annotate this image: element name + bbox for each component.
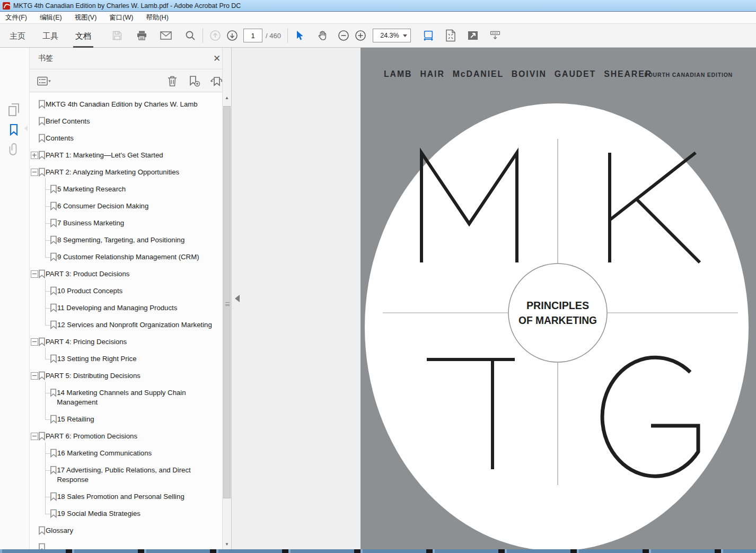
delete-bookmark-icon[interactable] [165, 74, 179, 88]
bookmark-item[interactable]: 17 Advertising, Public Relations, and Di… [30, 462, 223, 488]
panel-collapse-handle[interactable] [235, 295, 240, 302]
bookmark-icon [50, 509, 57, 518]
zoom-level-dropdown[interactable]: 24.3% [373, 29, 411, 42]
tab-home[interactable]: 主页 [7, 24, 28, 48]
bookmark-item[interactable]: Contents [30, 130, 223, 147]
bookmark-label: 7 Business Marketing [57, 218, 126, 228]
bookmark-icon [50, 354, 57, 363]
bookmark-item[interactable]: PART 6: Promotion Decisions [30, 428, 223, 445]
bookmark-item[interactable]: Glossary [30, 522, 223, 539]
bookmark-item[interactable]: 7 Business Marketing [30, 215, 223, 232]
hand-tool-icon[interactable] [317, 30, 328, 41]
close-icon[interactable]: ✕ [211, 52, 223, 64]
bookmark-item[interactable]: 11 Developing and Managing Products [30, 300, 223, 317]
bookmark-label: 13 Setting the Right Price [57, 354, 139, 364]
save-icon[interactable] [111, 30, 123, 41]
document-page[interactable]: PRINCIPLES OF MARKETING LAMB HAIR McDANI… [361, 48, 756, 553]
collapse-icon[interactable] [31, 270, 38, 278]
add-bookmark-icon[interactable] [188, 74, 201, 88]
fullscreen-icon[interactable] [467, 30, 479, 41]
bookmark-item[interactable]: MKTG 4th Canadian Edition by Charles W. … [30, 96, 223, 113]
collapse-icon[interactable] [31, 338, 38, 346]
tab-document[interactable]: 文档 [73, 24, 93, 48]
collapse-icon[interactable] [31, 372, 38, 380]
zoom-in-icon[interactable] [355, 30, 366, 41]
fit-page-icon[interactable] [445, 30, 456, 41]
menu-window[interactable]: 窗口(W) [109, 13, 133, 22]
bookmark-item[interactable]: 9 Customer Relationship Management (CRM) [30, 249, 223, 266]
bookmark-item[interactable]: 10 Product Concepts [30, 283, 223, 300]
collapse-icon[interactable] [31, 433, 38, 440]
bookmark-item[interactable]: 16 Marketing Communications [30, 445, 223, 462]
bookmark-icon [38, 337, 46, 346]
bookmark-item[interactable]: PART 3: Product Decisions [30, 266, 223, 283]
bookmark-item[interactable]: PART 1: Marketing—Let's Get Started [30, 147, 223, 164]
email-icon[interactable] [160, 30, 172, 41]
bookmark-icon [38, 134, 46, 143]
bookmark-item[interactable]: 12 Services and Nonprofit Organization M… [30, 317, 223, 333]
search-icon[interactable] [184, 30, 196, 41]
bookmark-label: 11 Developing and Managing Products [57, 303, 179, 313]
bookmark-item[interactable] [30, 539, 223, 549]
attachments-icon[interactable] [6, 141, 22, 157]
collapse-icon[interactable] [31, 169, 38, 176]
page-number-input[interactable] [243, 29, 262, 42]
bookmark-item[interactable]: 18 Sales Promotion and Personal Selling [30, 488, 223, 505]
bookmark-children-group: 10 Product Concepts11 Developing and Man… [30, 283, 223, 333]
bookmarks-panel-icon[interactable] [6, 122, 22, 138]
bookmark-icon [38, 151, 46, 160]
menu-file[interactable]: 文件(F) [5, 13, 27, 22]
bookmark-item[interactable]: 5 Marketing Research [30, 181, 223, 198]
page-count-label: / 460 [266, 32, 281, 40]
previous-page-icon[interactable] [209, 30, 221, 41]
bookmark-item[interactable]: 6 Consumer Decision Making [30, 198, 223, 215]
bookmarks-scrollbar[interactable]: ▲ ▼ [222, 48, 231, 549]
cover-circle-text-line1: PRINCIPLES [526, 299, 589, 311]
bookmark-icon [50, 303, 57, 312]
bookmark-tree: MKTG 4th Canadian Edition by Charles W. … [30, 92, 223, 549]
menu-view[interactable]: 视图(V) [75, 13, 97, 22]
bookmark-children-group: 13 Setting the Right Price [30, 350, 223, 367]
page-thumbnails-icon[interactable] [6, 102, 22, 118]
fit-width-icon[interactable] [423, 30, 434, 41]
bookmark-item[interactable]: 13 Setting the Right Price [30, 350, 223, 367]
bookmark-label: 19 Social Media Strategies [57, 509, 143, 519]
bookmark-item[interactable]: 14 Marketing Channels and Supply Chain M… [30, 384, 223, 411]
scroll-down-icon[interactable]: ▼ [223, 540, 231, 548]
menu-help[interactable]: 帮助(H) [146, 13, 168, 22]
cover-edition: FOURTH CANADIAN EDITION [644, 72, 733, 78]
bookmark-icon [50, 492, 57, 501]
bookmark-item[interactable]: PART 4: Pricing Decisions [30, 333, 223, 350]
acrobat-app-icon [3, 2, 10, 10]
bookmark-icon [38, 100, 46, 109]
bookmark-item[interactable]: PART 2: Analyzing Marketing Opportunitie… [30, 164, 223, 181]
toolbar-toggle-icon[interactable] [489, 30, 501, 41]
bookmark-item[interactable]: 8 Segmenting, Targeting, and Positioning [30, 232, 223, 249]
bookmark-item[interactable]: 19 Social Media Strategies [30, 505, 223, 522]
next-page-icon[interactable] [226, 30, 238, 41]
bookmark-icon [50, 449, 57, 458]
bookmark-item[interactable]: Brief Contents [30, 113, 223, 130]
bookmark-item[interactable]: 15 Retailing [30, 411, 223, 428]
bookmark-label: 10 Product Concepts [57, 286, 125, 296]
bookmark-label: 16 Marketing Communications [57, 449, 154, 458]
print-icon[interactable] [136, 30, 147, 41]
bookmark-label: 14 Marketing Channels and Supply Chain M… [57, 388, 221, 407]
menubar: 文件(F) 编辑(E) 视图(V) 窗口(W) 帮助(H) [0, 12, 756, 24]
expand-icon[interactable] [31, 152, 38, 159]
bookmark-label: Brief Contents [46, 117, 92, 126]
select-tool-icon[interactable] [294, 30, 306, 41]
tab-tools[interactable]: 工具 [40, 24, 60, 48]
zoom-out-icon[interactable] [338, 30, 349, 41]
bookmarks-panel-title: 书签 [38, 54, 211, 63]
bookmark-item[interactable]: PART 5: Distributing Decisions [30, 367, 223, 384]
bookmark-children-group: 14 Marketing Channels and Supply Chain M… [30, 384, 223, 428]
menu-edit[interactable]: 编辑(E) [40, 13, 62, 22]
scroll-up-icon[interactable]: ▲ [223, 93, 231, 102]
bookmark-label: PART 1: Marketing—Let's Get Started [46, 151, 165, 160]
cover-circle-text-line2: OF MARKETING [518, 314, 597, 326]
scrollbar-thumb[interactable] [223, 106, 231, 498]
bookmark-icon [50, 201, 57, 210]
bookmark-label: MKTG 4th Canadian Edition by Charles W. … [46, 100, 200, 109]
bookmark-options-icon[interactable] [37, 74, 51, 88]
